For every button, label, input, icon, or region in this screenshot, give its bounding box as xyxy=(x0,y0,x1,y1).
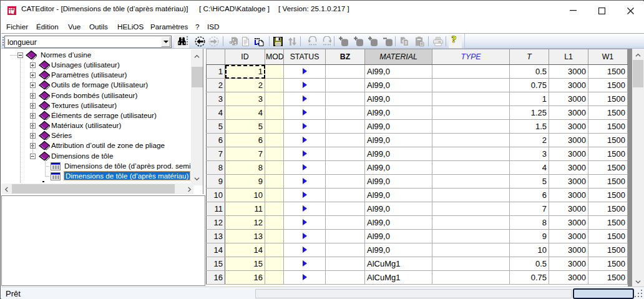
svg-text:?: ? xyxy=(452,34,457,44)
